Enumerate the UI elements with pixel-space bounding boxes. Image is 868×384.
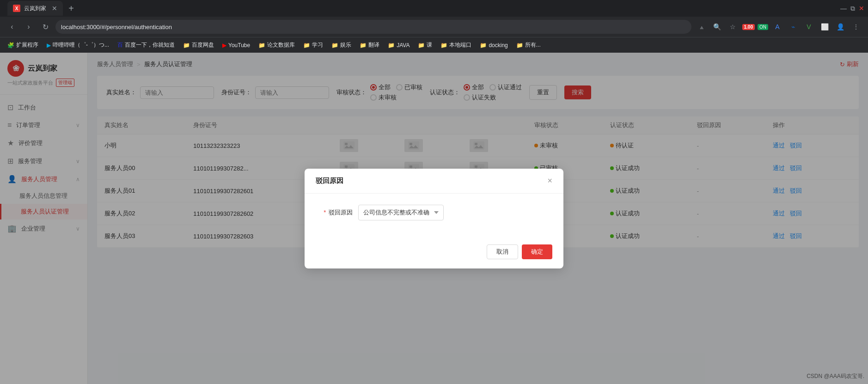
modal-footer: 取消 确定 xyxy=(305,239,563,268)
cancel-button[interactable]: 取消 xyxy=(487,244,518,259)
modal-close-button[interactable]: × xyxy=(547,176,552,186)
youtube-icon: ▶ xyxy=(222,42,226,49)
modal-header: 驳回原因 × xyxy=(305,169,563,194)
bookmark-icon[interactable]: ☆ xyxy=(727,20,740,33)
bookmark-local[interactable]: 📁 本地端口 xyxy=(437,39,475,51)
url-input[interactable] xyxy=(55,20,691,34)
reject-reason-label: * 驳回原因 xyxy=(316,208,353,217)
reload-button[interactable]: ↻ xyxy=(39,20,52,33)
bookmark-bilibili[interactable]: ▶ 哔哩哔哩（゜-゜）つ... xyxy=(43,39,113,51)
page-body: ❀ 云岚到家 一站式家政服务平台 管理端 ⊡ 工作台 ≡ 订单管理 ∨ xyxy=(0,53,868,384)
baidu-pan-icon: 📁 xyxy=(183,42,190,49)
reject-reason-modal: 驳回原因 × * 驳回原因 公司信息不完整或不准确 证件照片不清晰 信息不匹配 … xyxy=(305,169,563,268)
puzzle-icon: 🧩 xyxy=(7,42,14,49)
minimize-button[interactable]: — xyxy=(840,5,847,12)
avatar-icon[interactable]: 👤 xyxy=(834,20,847,33)
folder-icon-8: 📁 xyxy=(480,42,487,49)
vpn-icon[interactable]: V xyxy=(802,20,815,33)
reject-reason-select-wrapper: 公司信息不完整或不准确 证件照片不清晰 信息不匹配 其他原因 xyxy=(358,205,552,220)
folder-icon-5: 📁 xyxy=(388,42,395,49)
bookmark-translate[interactable]: 📁 翻译 xyxy=(356,39,383,51)
extension-badge-red: 1.00 xyxy=(742,24,755,30)
folder-icon-7: 📁 xyxy=(440,42,447,49)
extension-badge-green: ON xyxy=(758,24,768,30)
required-star: * xyxy=(324,209,326,216)
close-window-button[interactable]: ✕ xyxy=(859,5,864,12)
maximize-button[interactable]: ⧉ xyxy=(850,5,855,12)
modal-overlay[interactable]: 驳回原因 × * 驳回原因 公司信息不完整或不准确 证件照片不清晰 信息不匹配 … xyxy=(0,53,868,384)
bookmark-papers[interactable]: 📁 论文数据库 xyxy=(255,39,299,51)
more-options-button[interactable]: ⋮ xyxy=(850,20,862,33)
reject-reason-form-row: * 驳回原因 公司信息不完整或不准确 证件照片不清晰 信息不匹配 其他原因 xyxy=(316,205,552,220)
tab-bar: X 云岚到家 ✕ + — ⧉ ✕ xyxy=(0,0,868,17)
bookmark-course[interactable]: 📁 课 xyxy=(414,39,436,51)
new-tab-button[interactable]: + xyxy=(65,2,78,15)
tab-favicon: X xyxy=(13,5,20,12)
bilibili-icon: ▶ xyxy=(47,42,51,49)
browser-extension-icons: ⟁ 🔍 ☆ 1.00 ON A ⌁ V ⬜ 👤 ⋮ xyxy=(695,20,862,33)
window-controls: — ⧉ ✕ xyxy=(840,5,864,12)
bookmark-baidu[interactable]: 百 百度一下，你就知道 xyxy=(114,39,178,51)
baidu-icon: 百 xyxy=(117,41,123,49)
folder-icon-1: 📁 xyxy=(258,42,265,49)
bookmark-all[interactable]: 📁 所有... xyxy=(513,39,544,51)
folder-icon-4: 📁 xyxy=(360,42,367,49)
window-icon[interactable]: ⬜ xyxy=(818,20,831,33)
bookmark-baidu-pan[interactable]: 📁 百度网盘 xyxy=(179,39,218,51)
translate-icon[interactable]: ⟁ xyxy=(695,20,708,33)
bluetooth-icon[interactable]: ⌁ xyxy=(787,20,800,33)
bookmarks-bar: 🧩 扩展程序 ▶ 哔哩哔哩（゜-゜）つ... 百 百度一下，你就知道 📁 百度网… xyxy=(0,37,868,53)
bookmark-study[interactable]: 📁 学习 xyxy=(300,39,327,51)
bookmark-entertainment[interactable]: 📁 娱乐 xyxy=(328,39,355,51)
modal-title: 驳回原因 xyxy=(316,177,343,185)
forward-button[interactable]: › xyxy=(22,20,35,33)
folder-icon-2: 📁 xyxy=(303,42,310,49)
confirm-button[interactable]: 确定 xyxy=(522,244,552,259)
browser-tab-active[interactable]: X 云岚到家 ✕ xyxy=(7,1,63,16)
back-button[interactable]: ‹ xyxy=(6,20,18,33)
bookmark-java[interactable]: 📁 JAVA xyxy=(384,40,413,50)
extension-icon[interactable]: A xyxy=(771,20,784,33)
bookmark-youtube[interactable]: ▶ YouTube xyxy=(219,40,254,50)
address-bar: ‹ › ↻ ⟁ 🔍 ☆ 1.00 ON A ⌁ V ⬜ 👤 ⋮ xyxy=(0,17,868,37)
tab-close-button[interactable]: ✕ xyxy=(52,5,57,12)
bookmark-docking[interactable]: 📁 docking xyxy=(476,40,511,50)
folder-icon-3: 📁 xyxy=(331,42,338,49)
folder-icon-9: 📁 xyxy=(516,42,523,49)
tab-title: 云岚到家 xyxy=(24,5,46,12)
reject-reason-select[interactable]: 公司信息不完整或不准确 证件照片不清晰 信息不匹配 其他原因 xyxy=(358,205,444,220)
bookmark-extensions[interactable]: 🧩 扩展程序 xyxy=(4,39,42,51)
modal-body: * 驳回原因 公司信息不完整或不准确 证件照片不清晰 信息不匹配 其他原因 xyxy=(305,194,563,239)
search-icon[interactable]: 🔍 xyxy=(711,20,724,33)
browser-chrome: X 云岚到家 ✕ + — ⧉ ✕ ‹ › ↻ ⟁ 🔍 ☆ 1.00 ON A ⌁… xyxy=(0,0,868,53)
folder-icon-6: 📁 xyxy=(418,42,425,49)
